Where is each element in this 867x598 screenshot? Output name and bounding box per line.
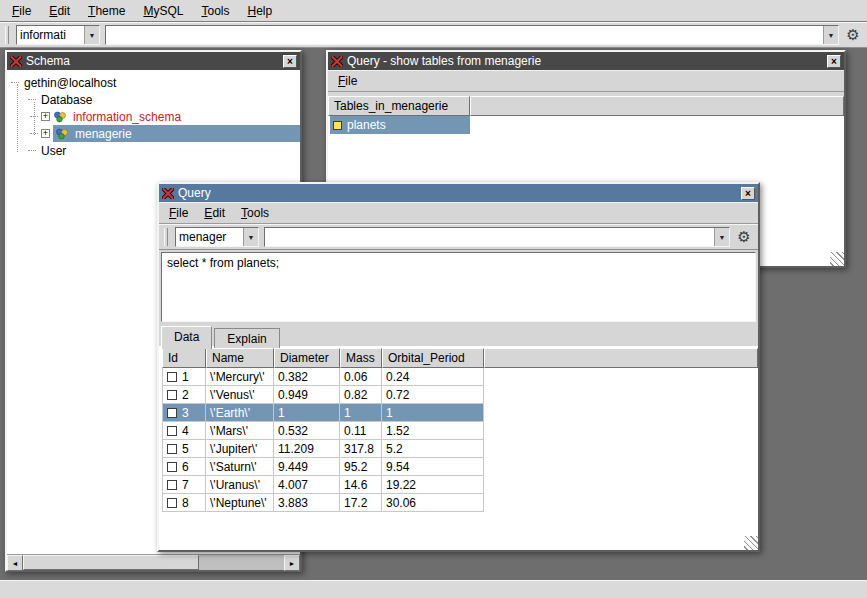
database-icon bbox=[53, 111, 67, 123]
menu-theme[interactable]: Theme bbox=[80, 2, 133, 20]
gear-icon[interactable]: ⚙ bbox=[735, 228, 753, 246]
tables-window-title: Query - show tables from menagerie bbox=[347, 54, 541, 68]
mysql-x-logo-icon bbox=[331, 56, 343, 67]
column-header-orbital-period[interactable]: Orbital_Period bbox=[382, 348, 484, 368]
table-row[interactable]: 6 \'Saturn\' 9.449 95.2 9.54 bbox=[162, 458, 484, 476]
mysql-x-logo-icon bbox=[162, 188, 174, 199]
chevron-down-icon[interactable]: ▼ bbox=[243, 228, 258, 246]
expand-plus-icon[interactable]: + bbox=[41, 112, 50, 121]
row-checkbox[interactable] bbox=[167, 480, 177, 490]
table-row[interactable]: 1 \'Mercury\' 0.382 0.06 0.24 bbox=[162, 368, 484, 386]
scrollbar-thumb[interactable] bbox=[23, 555, 199, 570]
resize-grip[interactable] bbox=[744, 536, 758, 550]
main-menubar: File Edit Theme MySQL Tools Help bbox=[0, 0, 867, 22]
query-history-combo[interactable]: ▼ bbox=[264, 227, 730, 247]
column-header-name[interactable]: Name bbox=[206, 348, 274, 368]
menu-mysql[interactable]: MySQL bbox=[135, 2, 191, 20]
close-icon[interactable]: × bbox=[741, 187, 755, 200]
table-list-row[interactable]: planets bbox=[328, 116, 844, 134]
tree-item-label: menagerie bbox=[73, 127, 134, 141]
menu-edit[interactable]: Edit bbox=[196, 204, 233, 222]
query-history-input[interactable] bbox=[265, 228, 714, 246]
column-header-filler bbox=[484, 348, 758, 368]
row-checkbox[interactable] bbox=[167, 498, 177, 508]
selected-tree-item[interactable]: menagerie bbox=[53, 125, 300, 142]
cell-orbital-period: 1.52 bbox=[382, 422, 484, 440]
menu-file[interactable]: File bbox=[4, 2, 39, 20]
menu-help[interactable]: Help bbox=[239, 2, 280, 20]
scrollbar-track[interactable] bbox=[199, 555, 284, 570]
cell-orbital-period: 0.72 bbox=[382, 386, 484, 404]
sql-editor[interactable]: select * from planets; bbox=[161, 252, 756, 322]
tree-item-information-schema[interactable]: + information_schema bbox=[7, 108, 300, 125]
menu-file[interactable]: File bbox=[161, 204, 196, 222]
table-name-label: planets bbox=[347, 118, 386, 132]
menu-edit[interactable]: Edit bbox=[41, 2, 78, 20]
horizontal-scrollbar[interactable]: ◄ ► bbox=[7, 554, 300, 570]
menu-file[interactable]: File bbox=[330, 72, 365, 90]
cell-name: \'Neptune\' bbox=[206, 494, 274, 512]
table-row[interactable]: 8 \'Neptune\' 3.883 17.2 30.06 bbox=[162, 494, 484, 512]
menu-tools[interactable]: Tools bbox=[193, 2, 237, 20]
chevron-down-icon[interactable]: ▼ bbox=[84, 26, 99, 44]
tab-explain[interactable]: Explain bbox=[214, 328, 279, 348]
close-icon[interactable]: × bbox=[283, 55, 297, 68]
tree-guide-line bbox=[17, 84, 18, 152]
table-row[interactable]: 4 \'Mars\' 0.532 0.11 1.52 bbox=[162, 422, 484, 440]
cell-diameter: 0.532 bbox=[274, 422, 340, 440]
row-checkbox[interactable] bbox=[167, 462, 177, 472]
table-icon bbox=[333, 121, 342, 130]
toolbar-grip[interactable] bbox=[164, 228, 168, 246]
gear-icon[interactable]: ⚙ bbox=[844, 26, 862, 44]
row-checkbox[interactable] bbox=[167, 390, 177, 400]
chevron-down-icon[interactable]: ▼ bbox=[823, 26, 838, 44]
menu-tools[interactable]: Tools bbox=[233, 204, 277, 222]
cell-mass: 95.2 bbox=[340, 458, 382, 476]
cell-name: \'Jupiter\' bbox=[206, 440, 274, 458]
column-header-id[interactable]: Id bbox=[162, 348, 206, 368]
tables-titlebar[interactable]: Query - show tables from menagerie × bbox=[328, 52, 844, 70]
row-checkbox[interactable] bbox=[167, 372, 177, 382]
table-row[interactable]: 7 \'Uranus\' 4.007 14.6 19.22 bbox=[162, 476, 484, 494]
column-header-diameter[interactable]: Diameter bbox=[274, 348, 340, 368]
schema-combo[interactable]: ▼ bbox=[16, 25, 100, 45]
cell-mass: 14.6 bbox=[340, 476, 382, 494]
database-combo[interactable]: ▼ bbox=[175, 227, 259, 247]
close-icon[interactable]: × bbox=[827, 55, 841, 68]
tree-item-root[interactable]: gethin@localhost bbox=[7, 74, 300, 91]
tree-stub bbox=[28, 99, 36, 100]
table-row[interactable]: 2 \'Venus\' 0.949 0.82 0.72 bbox=[162, 386, 484, 404]
row-checkbox[interactable] bbox=[167, 444, 177, 454]
scroll-right-icon[interactable]: ► bbox=[284, 555, 300, 571]
cell-id: 1 bbox=[182, 370, 189, 384]
schema-combo-input[interactable] bbox=[17, 26, 84, 44]
tree-stub bbox=[11, 82, 19, 83]
query-titlebar[interactable]: Query × bbox=[159, 184, 758, 202]
tables-window-menubar: File bbox=[328, 70, 844, 92]
table-row-selected[interactable]: 3 \'Earth\' 1 1 1 bbox=[162, 404, 484, 422]
tree-item-database[interactable]: Database bbox=[7, 91, 300, 108]
database-combo-input[interactable] bbox=[176, 228, 243, 246]
tab-data[interactable]: Data bbox=[161, 326, 212, 349]
expand-plus-icon[interactable]: + bbox=[41, 129, 50, 138]
tree-item-user[interactable]: User bbox=[7, 142, 300, 159]
table-row[interactable]: 5 \'Jupiter\' 11.209 317.8 5.2 bbox=[162, 440, 484, 458]
query-history-combo[interactable]: ▼ bbox=[105, 25, 839, 45]
resize-grip[interactable] bbox=[830, 252, 844, 266]
row-checkbox[interactable] bbox=[167, 426, 177, 436]
query-history-input[interactable] bbox=[106, 26, 823, 44]
schema-titlebar[interactable]: Schema × bbox=[7, 52, 300, 70]
tree-guide-line bbox=[34, 102, 35, 135]
toolbar-grip[interactable] bbox=[5, 26, 9, 44]
column-header-mass[interactable]: Mass bbox=[340, 348, 382, 368]
chevron-down-icon[interactable]: ▼ bbox=[714, 228, 729, 246]
column-header-tables-in-menagerie[interactable]: Tables_in_menagerie bbox=[328, 96, 470, 116]
bottom-bar bbox=[0, 580, 867, 598]
selected-table-row[interactable]: planets bbox=[330, 116, 470, 134]
scroll-left-icon[interactable]: ◄ bbox=[7, 555, 23, 571]
cell-mass: 17.2 bbox=[340, 494, 382, 512]
cell-diameter: 4.007 bbox=[274, 476, 340, 494]
tree-item-menagerie[interactable]: + menagerie bbox=[7, 125, 300, 142]
row-checkbox[interactable] bbox=[167, 408, 177, 418]
result-grid: Id Name Diameter Mass Orbital_Period 1 \… bbox=[159, 346, 758, 550]
